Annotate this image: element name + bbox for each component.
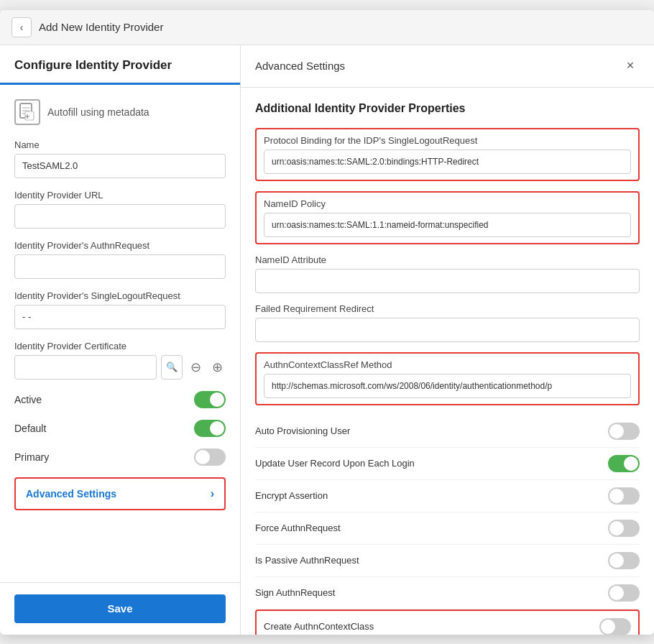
update-user-row: Update User Record Upon Each Login [255, 448, 640, 480]
force-authn-row: Force AuthnRequest [255, 512, 640, 545]
search-icon: 🔍 [166, 362, 178, 372]
right-panel-title: Advanced Settings [255, 60, 345, 72]
sign-authn-toggle[interactable] [608, 584, 640, 602]
nameid-attribute-label: NameID Attribute [255, 254, 640, 265]
auto-provisioning-label: Auto Provisioning User [255, 426, 350, 436]
right-panel-content: Additional Identity Provider Properties … [241, 88, 654, 635]
idp-url-group: Identity Provider URL [14, 190, 226, 229]
autofill-row[interactable]: Autofill using metadata [14, 99, 226, 125]
doc-icon [14, 99, 40, 125]
protocol-binding-group: Protocol Binding for the IDP's SingleLog… [255, 128, 640, 181]
default-toggle[interactable] [194, 420, 226, 437]
left-panel-header: Configure Identity Provider [0, 45, 240, 85]
authn-request-group: Identity Provider's AuthnRequest [14, 240, 226, 279]
certificate-search-button[interactable]: 🔍 [161, 355, 183, 380]
cert-add-icon[interactable]: ⊕ [208, 359, 226, 376]
back-icon: ‹ [20, 22, 24, 33]
cert-remove-icon[interactable]: ⊖ [187, 359, 204, 376]
save-button[interactable]: Save [14, 594, 226, 623]
nameid-policy-group: NameID Policy [255, 191, 640, 244]
left-panel: Configure Identity Provider [0, 45, 241, 635]
close-button[interactable]: × [621, 57, 640, 75]
modal-header: ‹ Add New Identity Provider [0, 10, 654, 45]
single-logout-input[interactable] [14, 305, 226, 329]
update-user-toggle[interactable] [608, 455, 640, 472]
create-authn-context-row: Create AuthnContextClass [255, 610, 640, 635]
auto-provisioning-row: Auto Provisioning User [255, 415, 640, 448]
name-input[interactable] [14, 154, 226, 178]
single-logout-group: Identity Provider's SingleLogoutRequest [14, 290, 226, 329]
modal-title: Add New Identity Provider [39, 21, 163, 33]
failed-redirect-group: Failed Requirement Redirect [255, 303, 640, 342]
nameid-attribute-input[interactable] [255, 269, 640, 293]
right-panel-header: Advanced Settings × [241, 45, 654, 88]
idp-url-input[interactable] [14, 204, 226, 229]
left-panel-title: Configure Identity Provider [14, 58, 172, 72]
certificate-group: Identity Provider Certificate 🔍 ⊖ ⊕ [14, 341, 226, 380]
create-authn-context-toggle[interactable] [599, 618, 631, 635]
primary-label: Primary [14, 451, 49, 463]
advanced-settings-button[interactable]: Advanced Settings › [14, 477, 226, 510]
left-panel-content: Autofill using metadata Name Identity Pr… [0, 85, 240, 582]
default-toggle-row: Default [14, 420, 226, 437]
authn-context-label: AuthnContextClassRef Method [264, 359, 631, 370]
certificate-label: Identity Provider Certificate [14, 341, 226, 351]
authn-request-input[interactable] [14, 254, 226, 279]
primary-toggle-row: Primary [14, 448, 226, 466]
certificate-input[interactable] [14, 355, 157, 380]
encrypt-assertion-toggle[interactable] [608, 487, 640, 505]
svg-rect-5 [25, 111, 34, 120]
protocol-binding-input[interactable] [264, 150, 631, 174]
right-panel: Advanced Settings × Additional Identity … [241, 45, 654, 635]
encrypt-assertion-label: Encrypt Assertion [255, 490, 328, 501]
failed-redirect-input[interactable] [255, 318, 640, 342]
create-authn-context-label: Create AuthnContextClass [264, 621, 374, 632]
modal-container: ‹ Add New Identity Provider Configure Id… [0, 10, 654, 635]
authn-request-label: Identity Provider's AuthnRequest [14, 240, 226, 251]
active-label: Active [14, 394, 42, 405]
force-authn-label: Force AuthnRequest [255, 523, 341, 533]
name-group: Name [14, 139, 226, 178]
save-btn-container: Save [0, 582, 240, 635]
chevron-right-icon: › [211, 487, 214, 500]
nameid-attribute-group: NameID Attribute [255, 254, 640, 293]
back-button[interactable]: ‹ [11, 17, 32, 37]
cert-row: 🔍 ⊖ ⊕ [14, 355, 226, 380]
authn-context-group: AuthnContextClassRef Method [255, 352, 640, 405]
modal-body: Configure Identity Provider [0, 45, 654, 635]
nameid-policy-input[interactable] [264, 213, 631, 237]
authn-context-input[interactable] [264, 374, 631, 398]
idp-url-label: Identity Provider URL [14, 190, 226, 201]
single-logout-label: Identity Provider's SingleLogoutRequest [14, 290, 226, 301]
sign-authn-row: Sign AuthnRequest [255, 577, 640, 610]
is-passive-row: Is Passive AuthnRequest [255, 545, 640, 577]
force-authn-toggle[interactable] [608, 520, 640, 537]
is-passive-label: Is Passive AuthnRequest [255, 555, 359, 566]
autofill-label: Autofill using metadata [47, 106, 149, 118]
protocol-binding-label: Protocol Binding for the IDP's SingleLog… [264, 135, 631, 146]
auto-provisioning-toggle[interactable] [608, 423, 640, 440]
update-user-label: Update User Record Upon Each Login [255, 458, 415, 469]
nameid-policy-label: NameID Policy [264, 198, 631, 209]
active-toggle-row: Active [14, 391, 226, 408]
failed-redirect-label: Failed Requirement Redirect [255, 303, 640, 314]
default-label: Default [14, 423, 46, 434]
name-label: Name [14, 139, 226, 150]
sign-authn-label: Sign AuthnRequest [255, 587, 335, 598]
section-title: Additional Identity Provider Properties [255, 102, 640, 115]
is-passive-toggle[interactable] [608, 552, 640, 569]
active-toggle[interactable] [194, 391, 226, 408]
encrypt-assertion-row: Encrypt Assertion [255, 480, 640, 512]
primary-toggle[interactable] [194, 448, 226, 466]
advanced-settings-label: Advanced Settings [26, 488, 116, 500]
